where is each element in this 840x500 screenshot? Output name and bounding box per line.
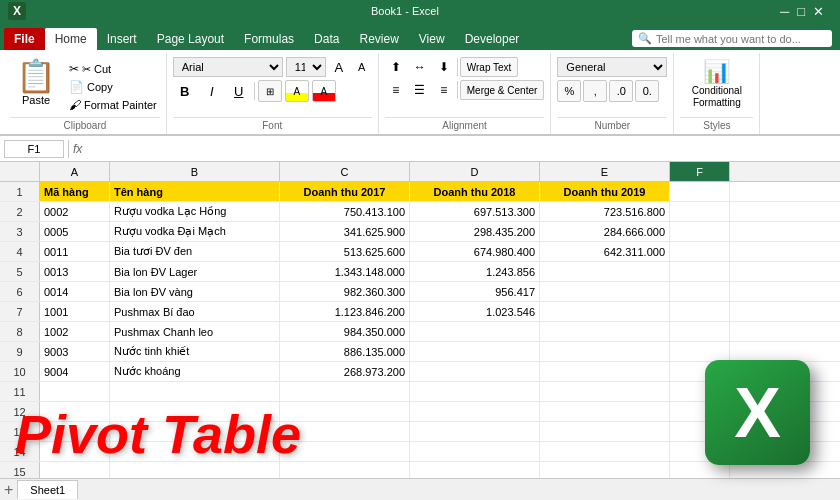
cell-f[interactable] [670, 422, 730, 441]
cell-d[interactable] [410, 362, 540, 381]
cell-f[interactable] [670, 382, 730, 401]
cell-c[interactable]: 1.343.148.000 [280, 262, 410, 281]
cell-c[interactable]: 984.350.000 [280, 322, 410, 341]
decrease-font-button[interactable]: A [352, 57, 372, 77]
cell-a[interactable]: 0005 [40, 222, 110, 241]
cut-button[interactable]: ✂ ✂ Cut [66, 61, 160, 77]
cell-c[interactable]: 268.973.200 [280, 362, 410, 381]
tab-developer[interactable]: Developer [455, 28, 530, 50]
col-header-b[interactable]: B [110, 162, 280, 181]
cell-d[interactable] [410, 402, 540, 421]
fill-color-button[interactable]: A [285, 80, 309, 102]
copy-button[interactable]: 📄 Copy [66, 79, 160, 95]
cell-b[interactable]: Bia lon ĐV vàng [110, 282, 280, 301]
col-header-d[interactable]: D [410, 162, 540, 181]
col-header-e[interactable]: E [540, 162, 670, 181]
cell-a[interactable]: 0014 [40, 282, 110, 301]
tab-page-layout[interactable]: Page Layout [147, 28, 234, 50]
tab-file[interactable]: File [4, 28, 45, 50]
cell-a[interactable] [40, 382, 110, 401]
cell-b[interactable]: Rượu vodka Lạc Hồng [110, 202, 280, 221]
increase-decimal-button[interactable]: .0 [609, 80, 633, 102]
align-center-button[interactable]: ☰ [409, 80, 431, 100]
cell-d[interactable] [410, 462, 540, 478]
cell-a[interactable]: 0002 [40, 202, 110, 221]
cell-f[interactable] [670, 442, 730, 461]
cell-c[interactable]: Doanh thu 2017 [280, 182, 410, 201]
cell-e[interactable] [540, 342, 670, 361]
comma-button[interactable]: , [583, 80, 607, 102]
cell-e[interactable]: 642.311.000 [540, 242, 670, 261]
cell-e[interactable] [540, 402, 670, 421]
col-header-c[interactable]: C [280, 162, 410, 181]
paste-button[interactable]: 📋 Paste [10, 57, 62, 108]
close-btn[interactable]: ✕ [813, 4, 824, 19]
cell-f[interactable] [670, 462, 730, 478]
cell-e[interactable] [540, 322, 670, 341]
cell-a[interactable] [40, 422, 110, 441]
cell-b[interactable] [110, 382, 280, 401]
cell-c[interactable] [280, 382, 410, 401]
align-right-button[interactable]: ≡ [433, 80, 455, 100]
align-top-button[interactable]: ⬆ [385, 57, 407, 77]
cell-c[interactable] [280, 422, 410, 441]
cell-f[interactable] [670, 322, 730, 341]
cell-d[interactable]: 956.417 [410, 282, 540, 301]
cell-e[interactable] [540, 462, 670, 478]
cell-c[interactable] [280, 442, 410, 461]
cell-e[interactable] [540, 282, 670, 301]
percent-button[interactable]: % [557, 80, 581, 102]
add-sheet-button[interactable]: + [4, 481, 13, 499]
cell-a[interactable]: 0011 [40, 242, 110, 261]
cell-f[interactable] [670, 242, 730, 261]
cell-f[interactable] [670, 262, 730, 281]
italic-button[interactable]: I [200, 80, 224, 102]
cell-d[interactable]: Doanh thu 2018 [410, 182, 540, 201]
maximize-btn[interactable]: □ [797, 4, 805, 19]
cell-f[interactable] [670, 222, 730, 241]
cell-d[interactable] [410, 342, 540, 361]
cell-a[interactable] [40, 402, 110, 421]
cell-d[interactable] [410, 442, 540, 461]
bold-button[interactable]: B [173, 80, 197, 102]
cell-b[interactable]: Pushmax Bí đao [110, 302, 280, 321]
increase-font-button[interactable]: A [329, 57, 349, 77]
cell-c[interactable]: 1.123.846.200 [280, 302, 410, 321]
minimize-btn[interactable]: ─ [780, 4, 789, 19]
cell-e[interactable] [540, 302, 670, 321]
merge-center-button[interactable]: Merge & Center [460, 80, 545, 100]
cell-c[interactable] [280, 402, 410, 421]
cell-e[interactable] [540, 422, 670, 441]
cell-f[interactable] [670, 402, 730, 421]
cell-c[interactable]: 886.135.000 [280, 342, 410, 361]
formula-input[interactable] [86, 140, 836, 158]
cell-f[interactable] [670, 342, 730, 361]
cell-a[interactable]: 1001 [40, 302, 110, 321]
cell-b[interactable]: Rượu vodka Đại Mạch [110, 222, 280, 241]
cell-e[interactable] [540, 262, 670, 281]
search-input[interactable] [656, 33, 816, 45]
cell-b[interactable]: Bia tươi ĐV đen [110, 242, 280, 261]
cell-f[interactable] [670, 282, 730, 301]
cell-d[interactable]: 1.243.856 [410, 262, 540, 281]
cell-f[interactable] [670, 182, 730, 201]
cell-b[interactable] [110, 402, 280, 421]
cell-b[interactable]: Nước khoáng [110, 362, 280, 381]
cell-a[interactable]: 0013 [40, 262, 110, 281]
cell-d[interactable]: 1.023.546 [410, 302, 540, 321]
align-left-button[interactable]: ≡ [385, 80, 407, 100]
cell-e[interactable]: 723.516.800 [540, 202, 670, 221]
col-header-a[interactable]: A [40, 162, 110, 181]
cell-d[interactable] [410, 382, 540, 401]
font-color-button[interactable]: A [312, 80, 336, 102]
cell-a[interactable] [40, 462, 110, 478]
cell-a[interactable]: 9004 [40, 362, 110, 381]
underline-button[interactable]: U [227, 80, 251, 102]
tab-formulas[interactable]: Formulas [234, 28, 304, 50]
font-family-select[interactable]: Arial [173, 57, 283, 77]
font-size-select[interactable]: 11 [286, 57, 326, 77]
cell-reference-input[interactable] [4, 140, 64, 158]
cell-a[interactable] [40, 442, 110, 461]
wrap-text-button[interactable]: Wrap Text [460, 57, 519, 77]
cell-c[interactable]: 750.413.100 [280, 202, 410, 221]
